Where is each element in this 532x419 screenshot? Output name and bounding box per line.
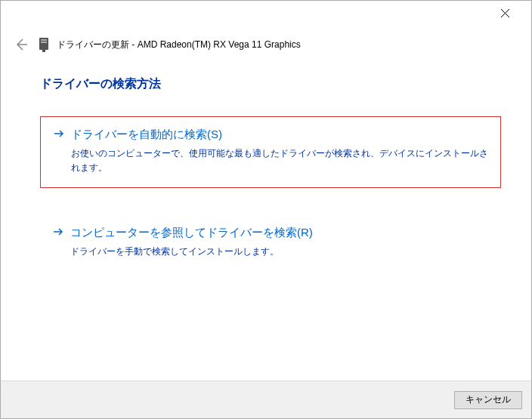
- option-auto-search[interactable]: ドライバーを自動的に検索(S) お使いのコンピューターで、使用可能な最も適したド…: [40, 116, 501, 188]
- page-heading: ドライバーの検索方法: [40, 76, 501, 92]
- cancel-button[interactable]: キャンセル: [454, 391, 522, 409]
- titlebar: [1, 1, 531, 25]
- option-description: ドライバーを手動で検索してインストールします。: [70, 245, 489, 259]
- dialog-content: ドライバーの検索方法 ドライバーを自動的に検索(S) お使いのコンピューターで、…: [1, 69, 531, 272]
- device-icon: [37, 38, 51, 51]
- option-row: ドライバーを自動的に検索(S): [53, 128, 488, 142]
- option-title: コンピューターを参照してドライバーを検索(R): [70, 226, 313, 240]
- close-button[interactable]: [487, 1, 522, 25]
- back-button[interactable]: [10, 34, 31, 55]
- dialog-footer: キャンセル: [1, 380, 531, 418]
- dialog-title: ドライバーの更新 - AMD Radeon(TM) RX Vega 11 Gra…: [57, 39, 301, 51]
- svg-rect-2: [41, 42, 47, 43]
- option-description: お使いのコンピューターで、使用可能な最も適したドライバーが検索され、デバイスにイ…: [71, 146, 488, 175]
- option-title: ドライバーを自動的に検索(S): [71, 128, 222, 142]
- option-browse-computer[interactable]: コンピューターを参照してドライバーを検索(R) ドライバーを手動で検索してインス…: [40, 215, 501, 271]
- svg-rect-3: [42, 50, 45, 52]
- close-icon: [501, 9, 509, 17]
- back-arrow-icon: [14, 38, 27, 51]
- option-row: コンピューターを参照してドライバーを検索(R): [52, 226, 489, 240]
- svg-rect-1: [41, 39, 47, 41]
- arrow-right-icon: [52, 226, 64, 240]
- arrow-right-icon: [53, 128, 65, 142]
- dialog-header: ドライバーの更新 - AMD Radeon(TM) RX Vega 11 Gra…: [1, 25, 531, 69]
